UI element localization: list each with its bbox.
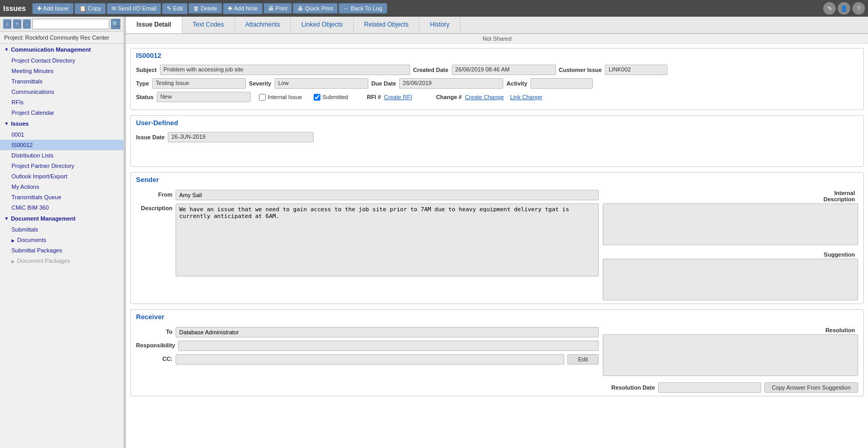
sidebar-item-documents[interactable]: ▶ Documents	[0, 235, 123, 245]
sidebar-section-document-management[interactable]: ▼ Document Management	[0, 213, 123, 224]
sidebar-section-communication-management[interactable]: ▼ Communication Management	[0, 44, 123, 55]
back-to-log-button[interactable]: ← Back To Log	[339, 3, 387, 14]
sender-description-value[interactable]: We have an issue that we need to gain ac…	[176, 203, 599, 276]
add-issue-button[interactable]: ✚ Add Issue	[32, 3, 73, 14]
sender-description-row: Description We have an issue that we nee…	[136, 203, 599, 276]
sender-from-row: From Amy Sail	[136, 190, 599, 200]
quick-print-icon: 🖶	[297, 5, 303, 11]
sender-left: From Amy Sail Description We have an iss…	[136, 190, 599, 300]
receiver-to-row: To Database Administrator	[136, 327, 599, 337]
type-row: Type Testing Issue Severity Low Due Date…	[136, 78, 858, 89]
receiver-left: To Database Administrator Responsibility…	[136, 327, 599, 393]
customer-issue-label: Customer Issue	[559, 67, 602, 73]
sidebar-item-transmittals[interactable]: Transmittals	[0, 76, 123, 87]
receiver-responsibility-label: Responsibility	[136, 341, 175, 348]
submitted-checkbox[interactable]	[314, 94, 320, 101]
app-title: Issues	[3, 4, 26, 13]
receiver-right: Resolution Resolution Date Copy Answer F…	[603, 327, 858, 393]
copy-button[interactable]: 📋 Copy	[75, 3, 106, 14]
documents-arrow: ▶	[11, 238, 15, 243]
sidebar-item-rfis[interactable]: RFIs	[0, 97, 123, 107]
issue-detail-card: IS00012 Subject Problem with accessing j…	[130, 48, 864, 110]
receiver-to-label: To	[136, 327, 172, 335]
plus-icon: ✚	[37, 5, 42, 12]
sidebar-item-project-calendar[interactable]: Project Calendar	[0, 107, 123, 118]
due-date-value: 26/06/2019	[399, 78, 503, 89]
toolbar-icon-pencil[interactable]: ✎	[823, 2, 836, 15]
sidebar-item-communications[interactable]: Communications	[0, 87, 123, 97]
print-button[interactable]: 🖶 Print	[264, 3, 292, 14]
toolbar-icon-user[interactable]: 👤	[838, 2, 850, 15]
sidebar-item-submittal-packages[interactable]: Submittal Packages	[0, 245, 123, 256]
created-date-value: 26/06/2019 08:46 AM	[452, 65, 556, 75]
tab-related-objects[interactable]: Related Objects	[354, 17, 419, 33]
issues-arrow: ▼	[4, 121, 9, 126]
receiver-cc-value	[176, 354, 564, 365]
sidebar-item-cmic-bim-360[interactable]: CMiC BIM 360	[0, 202, 123, 213]
sender-from-value: Amy Sail	[176, 190, 599, 200]
receiver-edit-button[interactable]: Edit	[567, 354, 599, 365]
doc-mgmt-arrow: ▼	[4, 216, 9, 221]
top-toolbar: Issues ✚ Add Issue 📋 Copy ✉ Send I/O Ema…	[0, 0, 868, 17]
edit-button[interactable]: ✎ Edit	[162, 3, 188, 14]
receiver-cc-label: CC:	[136, 354, 172, 362]
sidebar-section-issues[interactable]: ▼ Issues	[0, 118, 123, 129]
resolution-date-value	[658, 382, 761, 393]
sidebar-item-project-partner-directory[interactable]: Project Partner Directory	[0, 161, 123, 171]
sidebar-item-distribution-lists[interactable]: Distribution Lists	[0, 150, 123, 161]
suggestion-group: Suggestion	[603, 251, 858, 300]
sidebar-remove-btn[interactable]: -	[23, 19, 31, 29]
suggestion-box[interactable]	[603, 259, 858, 300]
sidebar-item-0001[interactable]: 0001	[0, 129, 123, 140]
sidebar-item-IS00012[interactable]: IS00012	[0, 140, 123, 150]
sidebar-search-button[interactable]: 🔍	[111, 19, 120, 29]
internal-issue-checkbox[interactable]	[259, 94, 266, 101]
tab-linked-objects[interactable]: Linked Objects	[291, 17, 353, 33]
rfi-create-link[interactable]: Create RFI	[384, 94, 412, 100]
sidebar-item-transmittals-queue[interactable]: Transmittals Queue	[0, 192, 123, 202]
rfi-label: RFI #	[367, 94, 381, 100]
sender-description-label: Description	[136, 203, 172, 211]
submitted-group: Submitted	[314, 94, 349, 101]
main-content: Issue Detail Text Codes Attachments Link…	[126, 17, 868, 448]
tab-history[interactable]: History	[419, 17, 460, 33]
sidebar-home-btn[interactable]: ⌂	[3, 19, 11, 29]
send-io-email-button[interactable]: ✉ Send I/O Email	[107, 3, 161, 14]
toolbar-icon-question[interactable]: ?	[852, 2, 865, 15]
sidebar-item-my-actions[interactable]: My Actions	[0, 181, 123, 192]
resolution-date-label: Resolution Date	[603, 384, 655, 391]
internal-description-box[interactable]	[603, 203, 858, 245]
sidebar-search-input[interactable]	[32, 19, 109, 29]
tab-attachments[interactable]: Attachments	[235, 17, 291, 33]
sidebar-item-project-contact-directory[interactable]: Project Contact Directory	[0, 55, 123, 66]
print-icon: 🖶	[268, 5, 274, 11]
user-defined-title: User-Defined	[131, 116, 863, 130]
submitted-label: Submitted	[323, 94, 349, 100]
change-create-link[interactable]: Create Change	[465, 94, 504, 100]
copy-answer-button[interactable]: Copy Answer From Suggestion	[764, 382, 858, 393]
sidebar-add-btn[interactable]: +	[13, 19, 21, 29]
resolution-box[interactable]	[603, 334, 858, 376]
tab-issue-detail[interactable]: Issue Detail	[126, 17, 182, 33]
sidebar-header: ⌂ + - 🔍	[0, 17, 123, 32]
sidebar-item-submittals[interactable]: Submittals	[0, 224, 123, 235]
tab-text-codes[interactable]: Text Codes	[182, 17, 235, 33]
not-shared-banner: Not Shared	[126, 34, 868, 44]
severity-label: Severity	[249, 80, 271, 87]
delete-button[interactable]: 🗑 Delete	[189, 3, 222, 14]
sidebar-item-document-packages[interactable]: ▶ Document Packages	[0, 256, 123, 266]
internal-issue-group: Internal Issue	[259, 94, 302, 101]
subject-value: Problem with accessing job site	[160, 65, 410, 75]
status-label: Status	[136, 94, 154, 100]
sidebar-item-outlook-import-export[interactable]: Outlook Import/Export	[0, 171, 123, 181]
quick-print-button[interactable]: 🖶 Quick Print	[293, 3, 338, 14]
sender-from-label: From	[136, 190, 172, 198]
tabs-bar: Issue Detail Text Codes Attachments Link…	[126, 17, 868, 34]
internal-description-label: Internal Description	[603, 190, 858, 202]
add-note-button[interactable]: ✚ Add Note	[223, 3, 263, 14]
receiver-responsibility-value	[178, 341, 599, 351]
change-link-link[interactable]: Link Change	[510, 94, 542, 100]
receiver-cc-row: CC: Edit	[136, 354, 599, 365]
status-row: Status New Internal Issue Submitted RFI …	[136, 92, 858, 102]
sidebar-item-meeting-minutes[interactable]: Meeting Minutes	[0, 66, 123, 76]
